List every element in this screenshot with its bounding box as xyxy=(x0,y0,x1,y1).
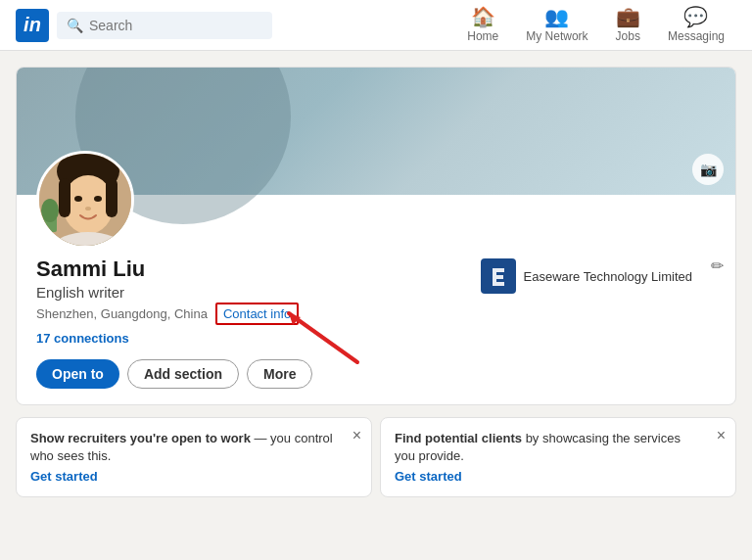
search-bar: 🔍 xyxy=(57,12,272,39)
profile-location-row: Shenzhen, Guangdong, China Contact info xyxy=(36,303,716,325)
jobs-icon: 💼 xyxy=(616,7,640,26)
search-icon: 🔍 xyxy=(67,18,83,33)
avatar xyxy=(36,151,134,249)
action-buttons: Open to Add section More xyxy=(36,359,716,389)
navbar: in 🔍 🏠 Home 👥 My Network 💼 Jobs 💬 Messag… xyxy=(0,0,752,51)
banner-clients-close-button[interactable]: × xyxy=(717,428,726,443)
banner-clients-text: Find potential clients by showcasing the… xyxy=(395,430,722,465)
svg-point-5 xyxy=(74,196,82,202)
nav-label-jobs: Jobs xyxy=(616,29,640,43)
svg-point-6 xyxy=(94,196,102,202)
contact-info-link[interactable]: Contact info xyxy=(215,303,299,325)
banner-clients-link[interactable]: Get started xyxy=(395,469,462,484)
banner-recruiter-bold: Show recruiters you're open to work xyxy=(30,431,251,445)
banner-recruiter-text: Show recruiters you're open to work — yo… xyxy=(30,430,357,465)
banner-clients: × Find potential clients by showcasing t… xyxy=(380,417,736,497)
nav-item-network[interactable]: 👥 My Network xyxy=(514,3,599,47)
svg-point-11 xyxy=(41,199,59,222)
open-to-button[interactable]: Open to xyxy=(36,359,119,389)
linkedin-logo[interactable]: in xyxy=(16,9,49,42)
svg-point-7 xyxy=(85,207,91,210)
banner-clients-bold: Find potential clients xyxy=(395,431,522,445)
nav-item-messaging[interactable]: 💬 Messaging xyxy=(656,3,736,47)
banner-recruiter-link[interactable]: Get started xyxy=(30,469,98,484)
avatar-circle xyxy=(36,151,134,249)
more-button[interactable]: More xyxy=(247,359,312,389)
nav-item-home[interactable]: 🏠 Home xyxy=(455,3,510,47)
profile-card: 📷 xyxy=(16,67,736,405)
cover-photo-edit-button[interactable]: 📷 xyxy=(692,154,724,185)
svg-rect-4 xyxy=(106,178,118,217)
company-name: Easeware Technology Limited xyxy=(524,269,692,284)
profile-location: Shenzhen, Guangdong, China xyxy=(36,306,208,321)
home-icon: 🏠 xyxy=(471,7,495,26)
connections-link[interactable]: 17 connections xyxy=(36,331,129,346)
search-input[interactable] xyxy=(89,18,256,33)
company-badge: Easeware Technology Limited xyxy=(481,258,692,294)
nav-label-home: Home xyxy=(467,29,498,43)
nav-right: 🏠 Home 👥 My Network 💼 Jobs 💬 Messaging xyxy=(455,3,736,47)
banner-recruiter-close-button[interactable]: × xyxy=(352,428,361,443)
add-section-button[interactable]: Add section xyxy=(127,359,239,389)
nav-label-messaging: Messaging xyxy=(668,29,725,43)
avatar-image xyxy=(39,154,131,246)
profile-info: ✏ Easeware Technology Limited Sammi Liu … xyxy=(17,249,735,404)
nav-item-jobs[interactable]: 💼 Jobs xyxy=(604,3,652,47)
profile-edit-button[interactable]: ✏ xyxy=(711,257,724,275)
nav-label-network: My Network xyxy=(526,29,588,43)
network-icon: 👥 xyxy=(544,7,569,26)
banners-row: × Show recruiters you're open to work — … xyxy=(16,417,736,497)
nav-left: in 🔍 xyxy=(16,9,455,42)
svg-rect-3 xyxy=(59,178,70,217)
company-logo xyxy=(481,258,516,294)
banner-recruiter: × Show recruiters you're open to work — … xyxy=(16,417,372,497)
main-content: 📷 xyxy=(0,51,752,513)
messaging-icon: 💬 xyxy=(683,7,708,26)
